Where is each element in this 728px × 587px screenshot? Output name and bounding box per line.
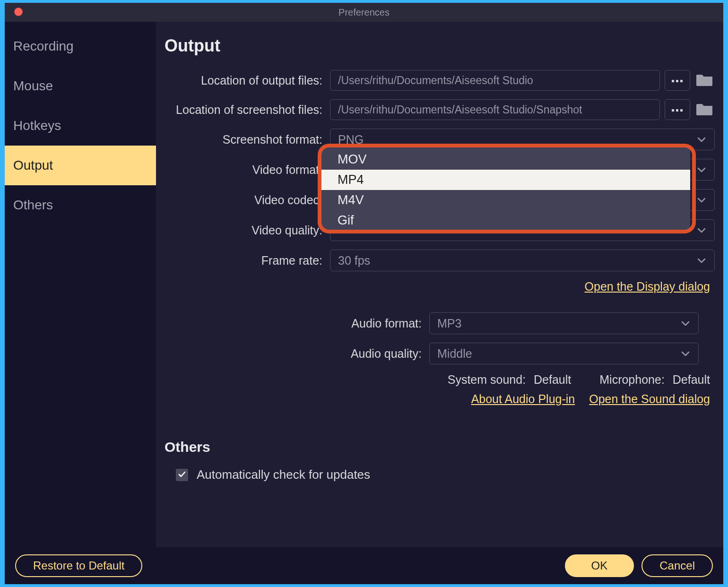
screenshot-files-path[interactable]: /Users/rithu/Documents/Aiseesoft Studio/… [330, 99, 660, 120]
label-video-quality: Video quality: [165, 224, 330, 237]
audio-format-select[interactable]: MP3 [429, 312, 699, 334]
audio-quality-select[interactable]: Middle [429, 343, 699, 364]
link-display-dialog[interactable]: Open the Display dialog [585, 280, 710, 294]
video-format-option-m4v[interactable]: M4V [321, 190, 690, 210]
ellipsis-icon [672, 105, 683, 114]
audio-quality-value: Middle [437, 347, 472, 361]
output-files-path[interactable]: /Users/rithu/Documents/Aiseesoft Studio [330, 70, 660, 91]
preferences-window: Preferences Recording Mouse Hotkeys Outp… [5, 3, 723, 584]
svg-rect-1 [676, 80, 678, 82]
label-audio-quality: Audio quality: [165, 347, 429, 361]
sidebar-item-others[interactable]: Others [5, 185, 156, 225]
video-format-option-mp4[interactable]: MP4 [321, 170, 690, 190]
svg-rect-0 [672, 80, 674, 82]
link-audio-plugin[interactable]: About Audio Plug-in [471, 392, 575, 406]
sidebar: Recording Mouse Hotkeys Output Others [5, 22, 156, 547]
ok-button[interactable]: OK [565, 554, 634, 577]
svg-rect-5 [680, 109, 683, 112]
label-screenshot-format: Screenshot format: [165, 133, 330, 147]
video-format-dropdown[interactable]: MOV MP4 M4V Gif [321, 147, 690, 233]
titlebar: Preferences [5, 3, 723, 22]
label-screenshot-files: Location of screenshot files: [165, 103, 330, 117]
svg-rect-4 [676, 109, 678, 112]
ellipsis-icon [672, 76, 683, 85]
window-title: Preferences [338, 7, 390, 18]
label-video-codec: Video codec: [165, 193, 330, 207]
label-video-format: Video format: [165, 163, 330, 177]
label-audio-format: Audio format: [165, 317, 429, 330]
svg-rect-3 [672, 109, 674, 112]
sidebar-item-hotkeys[interactable]: Hotkeys [5, 106, 156, 146]
link-sound-dialog[interactable]: Open the Sound dialog [589, 392, 710, 406]
folder-icon [696, 73, 713, 88]
close-icon[interactable] [14, 8, 23, 16]
chevron-down-icon [680, 348, 691, 359]
auto-update-label: Automatically check for updates [197, 467, 370, 482]
auto-update-checkbox[interactable] [176, 469, 188, 481]
check-icon [178, 467, 186, 482]
chevron-down-icon [680, 318, 691, 328]
chevron-down-icon [696, 255, 707, 266]
open-output-folder-button[interactable] [695, 72, 715, 89]
cancel-button[interactable]: Cancel [641, 554, 713, 577]
screenshot-format-value: PNG [338, 133, 364, 147]
system-sound-value: Default [534, 373, 571, 386]
section-heading-others: Others [165, 439, 715, 455]
chevron-down-icon [696, 164, 707, 175]
chevron-down-icon [696, 225, 707, 235]
chevron-down-icon [696, 195, 707, 205]
system-sound-label: System sound: [448, 373, 526, 386]
microphone-label: Microphone: [599, 373, 665, 386]
open-screenshot-folder-button[interactable] [695, 101, 715, 118]
audio-format-value: MP3 [437, 317, 461, 330]
content-pane: Output Location of output files: /Users/… [156, 22, 723, 547]
label-output-files: Location of output files: [165, 74, 330, 87]
sidebar-item-recording[interactable]: Recording [5, 26, 156, 66]
svg-rect-2 [680, 80, 683, 82]
frame-rate-select[interactable]: 30 fps [330, 250, 715, 271]
sidebar-item-mouse[interactable]: Mouse [5, 66, 156, 106]
microphone-value: Default [673, 373, 710, 386]
chevron-down-icon [696, 134, 707, 145]
folder-icon [696, 102, 713, 117]
section-heading-output: Output [165, 36, 715, 56]
video-format-option-mov[interactable]: MOV [321, 149, 690, 170]
frame-rate-value: 30 fps [338, 254, 370, 268]
footer-bar: Restore to Default OK Cancel [5, 547, 723, 584]
label-frame-rate: Frame rate: [165, 254, 330, 268]
sidebar-item-output[interactable]: Output [5, 146, 156, 185]
restore-default-button[interactable]: Restore to Default [15, 554, 142, 577]
video-format-option-gif[interactable]: Gif [321, 210, 690, 231]
browse-screenshot-button[interactable] [665, 99, 690, 120]
browse-output-button[interactable] [665, 70, 690, 91]
